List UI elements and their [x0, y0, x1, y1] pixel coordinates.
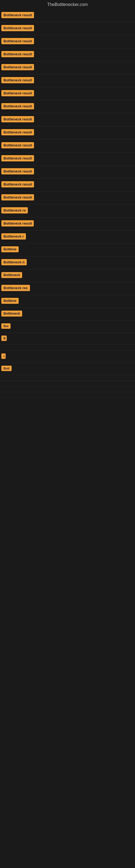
- bottleneck-badge[interactable]: Bottleneck result: [1, 129, 34, 135]
- result-row: Bottleneck result: [0, 218, 135, 230]
- bottleneck-badge[interactable]: Bot: [1, 323, 10, 329]
- result-row: Bottleneck result: [0, 179, 135, 191]
- bottleneck-badge[interactable]: Bottleneck result: [1, 12, 34, 18]
- result-row: Bottleneck result: [0, 9, 135, 22]
- result-row: Bottleneck: [0, 269, 135, 282]
- result-row: [0, 345, 135, 351]
- bottleneck-badge[interactable]: Bottleneck result: [1, 181, 34, 187]
- bottleneck-badge[interactable]: Bottleneck: [1, 311, 22, 316]
- bottleneck-badge[interactable]: Bott: [1, 366, 12, 371]
- result-row: Bottleneck result: [0, 140, 135, 152]
- result-row: Bottleneck result: [0, 35, 135, 48]
- result-row: Bottleneck r: [0, 230, 135, 244]
- result-row: Bottleneck result: [0, 152, 135, 165]
- bottleneck-badge[interactable]: Bottleneck result: [1, 168, 34, 175]
- result-row: Bottleneck result: [0, 74, 135, 87]
- result-row: Bott: [0, 363, 135, 375]
- result-row: B: [0, 333, 135, 345]
- result-row: [0, 398, 135, 403]
- result-row: Bottleneck result: [0, 126, 135, 140]
- bottleneck-badge[interactable]: Bottleneck res: [1, 285, 30, 291]
- bottleneck-badge[interactable]: Bottleneck n: [1, 259, 27, 265]
- result-row: Bottleneck: [0, 308, 135, 321]
- result-row: Bottleneck result: [0, 165, 135, 179]
- site-title: TheBottlenecker.com: [0, 0, 135, 9]
- bottleneck-badge[interactable]: Bottleneck result: [1, 116, 34, 122]
- bottleneck-badge[interactable]: Bottlene: [1, 246, 18, 252]
- result-row: Bottlene: [0, 295, 135, 308]
- site-title-container: TheBottlenecker.com: [0, 0, 135, 9]
- result-row: Bottleneck result: [0, 191, 135, 205]
- bottleneck-badge[interactable]: Bottleneck result: [1, 64, 34, 70]
- result-row: Bottleneck result: [0, 87, 135, 100]
- result-row: Bottleneck result: [0, 22, 135, 35]
- result-row: Bottleneck result: [0, 48, 135, 61]
- bottleneck-badge[interactable]: Bottleneck result: [1, 220, 34, 226]
- result-row: Bottleneck res: [0, 282, 135, 295]
- result-row: Bottlene: [0, 244, 135, 256]
- result-row: [0, 386, 135, 392]
- bottleneck-badge[interactable]: Bottleneck result: [1, 103, 34, 109]
- bottleneck-badge[interactable]: Bottleneck result: [1, 77, 34, 83]
- bottleneck-badge[interactable]: Bottleneck: [1, 272, 22, 278]
- result-row: Bottleneck n: [0, 256, 135, 269]
- result-row: r: [0, 351, 135, 363]
- result-row: Bottleneck result: [0, 61, 135, 74]
- bottleneck-badge[interactable]: Bottleneck result: [1, 51, 34, 57]
- result-row: [0, 375, 135, 381]
- result-row: [0, 392, 135, 398]
- result-row: Bottleneck result: [0, 113, 135, 126]
- results-list: Bottleneck resultBottleneck resultBottle…: [0, 9, 135, 403]
- bottleneck-badge[interactable]: B: [1, 336, 7, 341]
- bottleneck-badge[interactable]: Bottleneck result: [1, 38, 34, 44]
- bottleneck-badge[interactable]: Bottleneck re: [1, 207, 28, 214]
- bottleneck-badge[interactable]: Bottleneck result: [1, 25, 34, 31]
- bottleneck-badge[interactable]: Bottleneck r: [1, 233, 26, 240]
- bottleneck-badge[interactable]: Bottlene: [1, 298, 18, 304]
- result-row: Bottleneck re: [0, 205, 135, 218]
- bottleneck-badge[interactable]: Bottleneck result: [1, 194, 34, 200]
- bottleneck-badge[interactable]: Bottleneck result: [1, 155, 34, 161]
- bottleneck-badge[interactable]: r: [1, 353, 6, 359]
- bottleneck-badge[interactable]: Bottleneck result: [1, 142, 34, 148]
- result-row: [0, 381, 135, 386]
- result-row: Bottleneck result: [0, 100, 135, 113]
- result-row: Bot: [0, 321, 135, 333]
- bottleneck-badge[interactable]: Bottleneck result: [1, 90, 34, 96]
